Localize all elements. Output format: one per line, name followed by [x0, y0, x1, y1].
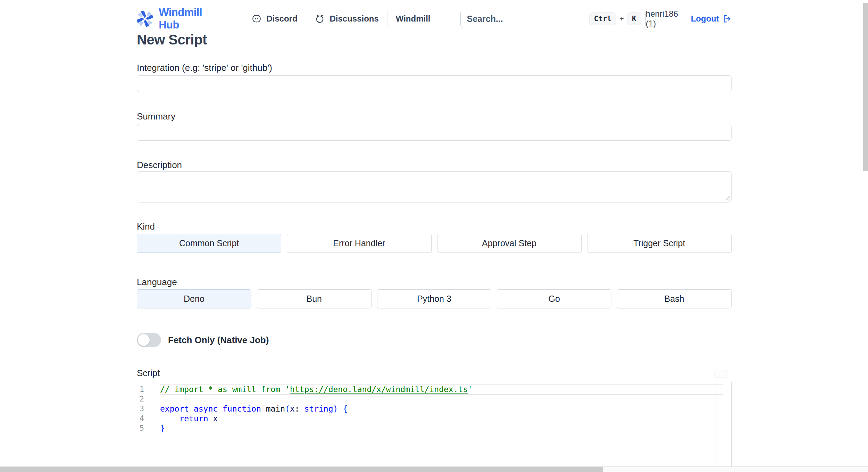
- code-token: return: [179, 414, 208, 423]
- header: Windmill Hub Discord Discussions Windmil…: [0, 0, 732, 30]
- fetch-only-label: Fetch Only (Native Job): [168, 335, 269, 346]
- line-number: 3: [137, 404, 160, 414]
- main-content: New Script Integration (e.g: 'stripe' or…: [137, 32, 732, 472]
- code-token: {: [343, 404, 348, 413]
- vertical-scrollbar-thumb[interactable]: [863, 3, 868, 171]
- code-token: ): [333, 404, 343, 413]
- indent-guide: [162, 414, 162, 423]
- language-option-go[interactable]: Go: [497, 289, 611, 308]
- description-textarea[interactable]: [137, 171, 732, 202]
- code-token: main: [266, 404, 285, 413]
- summary-label: Summary: [137, 112, 732, 121]
- kbd-k: K: [627, 13, 641, 25]
- code-token-link[interactable]: https://deno.land/x/windmill/index.ts: [290, 385, 468, 394]
- toggle-knob: [138, 334, 150, 346]
- integration-input[interactable]: [137, 75, 732, 92]
- language-options: Deno Bun Python 3 Go Bash: [137, 289, 732, 308]
- nav-discord-label: Discord: [266, 14, 297, 24]
- code-token: // import * as wmill from ': [160, 385, 290, 394]
- code-line-content: [160, 394, 723, 404]
- code-line[interactable]: 3 export async function main(x: string) …: [137, 404, 731, 414]
- page-title: New Script: [137, 32, 732, 47]
- kbd-ctrl: Ctrl: [589, 13, 617, 25]
- code-line-content: return x: [160, 414, 723, 423]
- nav-divider: [387, 10, 387, 27]
- code-token: (: [285, 404, 290, 413]
- logout-icon: [722, 14, 732, 24]
- code-line[interactable]: 2: [137, 394, 731, 404]
- kbd-separator: +: [619, 14, 624, 23]
- nav-divider: [306, 10, 306, 27]
- code-token: x: [290, 404, 295, 413]
- language-option-deno[interactable]: Deno: [137, 289, 251, 308]
- horizontal-scrollbar-thumb[interactable]: [0, 467, 603, 472]
- code-line[interactable]: 5 }: [137, 423, 731, 433]
- code-line[interactable]: 4 return x: [137, 414, 731, 423]
- nav-discussions[interactable]: Discussions: [314, 13, 378, 24]
- code-token: :: [295, 404, 304, 413]
- summary-input[interactable]: [137, 124, 732, 141]
- code-line-content: // import * as wmill from 'https://deno.…: [160, 384, 723, 394]
- line-number: 2: [137, 394, 160, 404]
- language-label: Language: [137, 278, 732, 287]
- nav-windmill[interactable]: Windmill: [396, 14, 431, 24]
- brand[interactable]: Windmill Hub: [137, 6, 219, 31]
- code-token: [160, 414, 179, 423]
- header-right: henri186 (1) Logout: [646, 9, 732, 28]
- kind-option-common-script[interactable]: Common Script: [137, 234, 281, 253]
- page: Windmill Hub Discord Discussions Windmil…: [0, 0, 868, 472]
- github-icon: [314, 13, 325, 24]
- logout-link[interactable]: Logout: [691, 14, 732, 24]
- code-token: string: [304, 404, 333, 413]
- windmill-logo-icon: [137, 10, 153, 28]
- line-number: 5: [137, 423, 160, 433]
- code-line-content: }: [160, 423, 723, 433]
- code-token: }: [160, 424, 165, 433]
- line-number: 4: [137, 414, 160, 423]
- nav-windmill-label: Windmill: [396, 14, 431, 24]
- language-option-python3[interactable]: Python 3: [377, 289, 492, 308]
- code-line[interactable]: 1 // import * as wmill from 'https://den…: [137, 384, 731, 394]
- fetch-only-toggle[interactable]: [137, 333, 161, 347]
- search-input[interactable]: [467, 14, 589, 24]
- editor-options-pill[interactable]: [714, 370, 728, 378]
- script-editor[interactable]: 1 // import * as wmill from 'https://den…: [137, 382, 732, 472]
- code-token: x: [208, 414, 218, 423]
- user-name: henri186 (1): [646, 9, 683, 28]
- code-token: ': [468, 385, 473, 394]
- kind-option-error-handler[interactable]: Error Handler: [287, 234, 431, 253]
- language-option-bash[interactable]: Bash: [617, 289, 732, 308]
- discord-icon: [251, 13, 262, 24]
- description-label: Description: [137, 160, 732, 170]
- fetch-only-row: Fetch Only (Native Job): [137, 333, 732, 347]
- code-line-content: export async function main(x: string) {: [160, 404, 723, 414]
- script-row: Script: [137, 369, 732, 378]
- kind-options: Common Script Error Handler Approval Ste…: [137, 234, 732, 253]
- nav-discussions-label: Discussions: [329, 14, 378, 24]
- vertical-scrollbar[interactable]: [863, 0, 868, 472]
- code-token: export async function: [160, 404, 266, 413]
- integration-label: Integration (e.g: 'stripe' or 'github'): [137, 63, 732, 73]
- script-label: Script: [137, 369, 160, 378]
- kind-label: Kind: [137, 222, 732, 231]
- kind-option-trigger-script[interactable]: Trigger Script: [587, 234, 732, 253]
- nav-discord[interactable]: Discord: [251, 13, 297, 24]
- kind-option-approval-step[interactable]: Approval Step: [437, 234, 582, 253]
- language-option-bun[interactable]: Bun: [257, 289, 372, 308]
- resize-handle-icon[interactable]: [726, 196, 730, 201]
- line-number: 1: [137, 384, 160, 394]
- search-box[interactable]: Ctrl + K: [460, 10, 646, 28]
- brand-title[interactable]: Windmill Hub: [159, 6, 219, 31]
- horizontal-scrollbar[interactable]: [0, 466, 868, 472]
- logout-label: Logout: [691, 14, 719, 24]
